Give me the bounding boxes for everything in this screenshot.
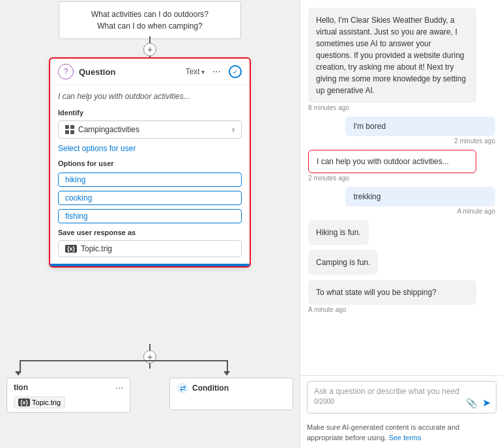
chevron-right-icon: › bbox=[232, 125, 235, 134]
bot-msg-time-1: 8 minutes ago bbox=[308, 104, 495, 111]
user-message-1: I'm bored 2 minutes ago bbox=[308, 117, 495, 145]
attach-icon[interactable]: 📎 bbox=[466, 398, 477, 408]
chat-counter: 0/2000 bbox=[314, 398, 489, 405]
top-node-line1: What activities can I do outdoors? bbox=[68, 8, 231, 20]
question-card-body: I can help you with outdoor activities..… bbox=[50, 85, 250, 264]
identify-label: Identify bbox=[58, 109, 242, 117]
bottom-left-node[interactable]: tion ··· {x} Topic.trig bbox=[7, 378, 130, 413]
bottom-connector-line2 bbox=[149, 363, 151, 369]
question-preview-text: I can help you with outdoor activities..… bbox=[58, 92, 242, 101]
bottom-connector-line bbox=[149, 344, 151, 350]
bot-highlighted-time: 2 minutes ago bbox=[308, 175, 495, 182]
chat-input-placeholder: Ask a question or describe what you need bbox=[314, 387, 489, 396]
canvas-panel: What activities can I do outdoors? What … bbox=[0, 0, 300, 448]
bottom-left-node-tag: {x} Topic.trig bbox=[14, 397, 65, 408]
bottom-right-node-header: ⇄ Condition bbox=[177, 382, 286, 394]
option-chip-hiking[interactable]: hiking bbox=[58, 173, 242, 187]
bot-plain-msg-2: Camping is fun. bbox=[308, 250, 378, 275]
send-icon[interactable]: ➤ bbox=[482, 397, 491, 409]
chat-input-area: Ask a question or describe what you need… bbox=[300, 375, 503, 419]
add-node-button-bottom[interactable]: + bbox=[143, 350, 156, 363]
bot-msg-highlighted: I can help you with outdoor activities..… bbox=[308, 150, 476, 173]
user-msg-text-2: trekking bbox=[345, 187, 495, 206]
bottom-right-node-title: Condition bbox=[192, 384, 229, 393]
last-time: A minute ago bbox=[308, 306, 495, 313]
condition-icon: ⇄ bbox=[177, 382, 188, 394]
identify-box[interactable]: Campingactivities › bbox=[58, 120, 242, 139]
question-type-selector[interactable]: Text ▾ bbox=[186, 67, 205, 76]
bot-plain-msg-1: Hiking is fun. bbox=[308, 220, 369, 245]
arrow-left-branch bbox=[15, 371, 22, 376]
save-value-bottom: Topic.trig bbox=[32, 399, 61, 406]
bot-plain-msg-3-container: To what state will you be shipping? A mi… bbox=[308, 280, 495, 313]
chevron-down-icon: ▾ bbox=[201, 68, 205, 76]
bottom-connector: + bbox=[143, 344, 156, 369]
chat-messages: Hello, I'm Clear Skies Weather Buddy, a … bbox=[300, 0, 503, 375]
bottom-left-node-more[interactable]: ··· bbox=[115, 382, 123, 393]
bot-highlighted-message: I can help you with outdoor activities..… bbox=[308, 150, 495, 182]
chat-panel: Hello, I'm Clear Skies Weather Buddy, a … bbox=[300, 0, 503, 448]
top-node-line2: What can I do when camping? bbox=[68, 20, 231, 32]
bottom-left-node-header: tion ··· bbox=[14, 382, 123, 393]
bot-message-1: Hello, I'm Clear Skies Weather Buddy, a … bbox=[308, 8, 495, 111]
question-check-icon: ✓ bbox=[229, 65, 242, 78]
top-activity-node[interactable]: What activities can I do outdoors? What … bbox=[59, 1, 241, 39]
see-terms-link[interactable]: See terms bbox=[388, 434, 421, 441]
question-icon: ? bbox=[58, 64, 74, 79]
footer-text: Make sure AI-generated content is accura… bbox=[307, 423, 459, 441]
options-label: Options for user bbox=[58, 160, 242, 167]
connector-line-top bbox=[149, 36, 151, 43]
question-card-header: ? Question Text ▾ ··· ✓ bbox=[50, 59, 250, 85]
user-msg-time-2: A minute ago bbox=[308, 208, 495, 215]
option-chip-cooking[interactable]: cooking bbox=[58, 191, 242, 205]
user-message-2: trekking A minute ago bbox=[308, 187, 495, 215]
add-node-button-top[interactable]: + bbox=[143, 43, 156, 56]
save-response-input[interactable]: {x} Topic.trig bbox=[58, 240, 242, 257]
bot-plain-msg-3: To what state will you be shipping? bbox=[308, 280, 476, 305]
save-response-badge: {x} bbox=[65, 245, 77, 253]
chat-footer: Make sure AI-generated content is accura… bbox=[300, 419, 503, 448]
question-card: ? Question Text ▾ ··· ✓ I can help you w… bbox=[49, 57, 251, 268]
identify-value: Campingactivities bbox=[78, 125, 139, 134]
question-type-label: Text bbox=[186, 67, 200, 76]
save-badge-bottom: {x} bbox=[18, 399, 30, 406]
chat-input-box[interactable]: Ask a question or describe what you need… bbox=[307, 381, 496, 413]
user-msg-text-1: I'm bored bbox=[345, 117, 495, 136]
save-response-label: Save user response as bbox=[58, 229, 242, 236]
bot-msg-text-1: Hello, I'm Clear Skies Weather Buddy, a … bbox=[308, 8, 476, 103]
grid-icon bbox=[65, 125, 74, 134]
bottom-left-node-title: tion bbox=[14, 383, 28, 392]
arrow-right-branch bbox=[223, 371, 230, 376]
save-response-value: Topic.trig bbox=[81, 244, 112, 253]
user-msg-time-1: 2 minutes ago bbox=[308, 137, 495, 145]
branch-line-right bbox=[150, 360, 228, 361]
bottom-right-node[interactable]: ⇄ Condition bbox=[169, 378, 293, 410]
select-options-link[interactable]: Select options for user bbox=[58, 144, 242, 153]
question-more-button[interactable]: ··· bbox=[210, 66, 223, 77]
option-chip-fishing[interactable]: fishing bbox=[58, 209, 242, 223]
branch-line-left bbox=[20, 360, 150, 361]
identify-inner: Campingactivities bbox=[65, 125, 139, 134]
question-card-title: Question bbox=[79, 67, 180, 77]
chat-input-icons: 📎 ➤ bbox=[466, 397, 491, 409]
card-bottom-bar bbox=[50, 264, 250, 266]
